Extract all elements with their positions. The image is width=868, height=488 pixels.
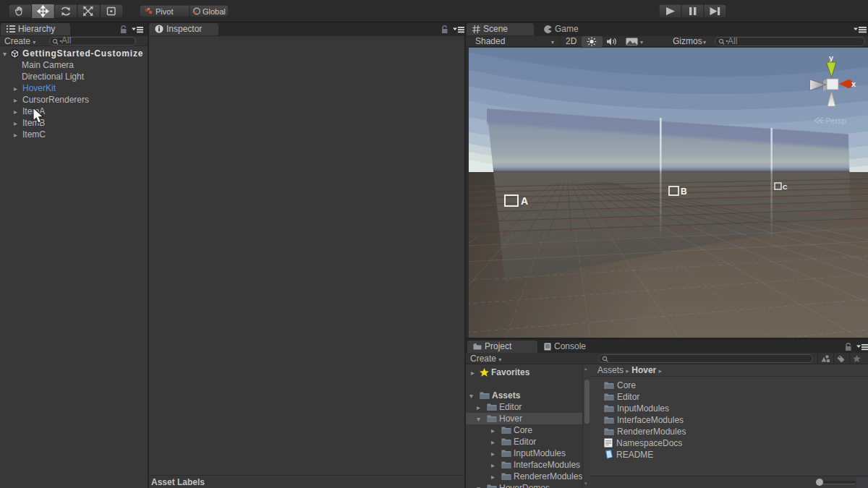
svg-text:Persp: Persp — [825, 116, 846, 125]
svg-text:A: A — [521, 195, 528, 207]
svg-text:B: B — [681, 187, 687, 197]
svg-text:Pivot: Pivot — [156, 7, 173, 16]
svg-text:x: x — [851, 80, 856, 88]
svg-text:y: y — [829, 53, 834, 62]
svg-text:Global: Global — [203, 7, 226, 16]
svg-text:C: C — [783, 184, 788, 191]
